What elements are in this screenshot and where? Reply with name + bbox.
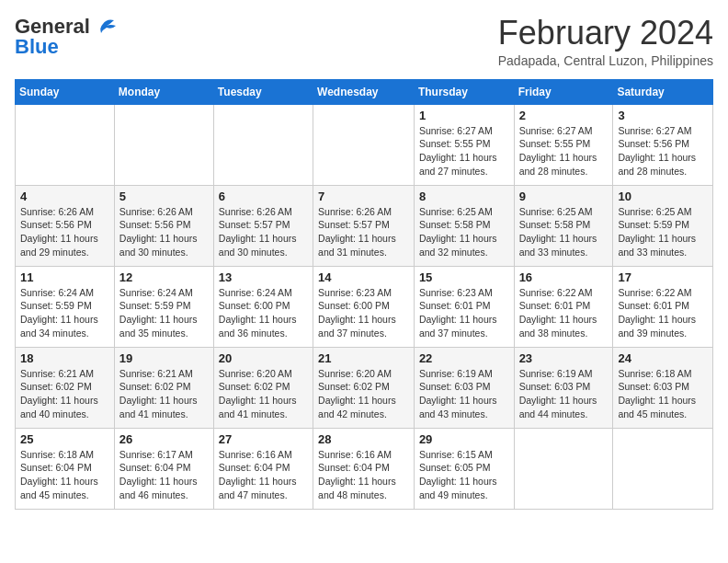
calendar-week-row: 1Sunrise: 6:27 AM Sunset: 5:55 PM Daylig… xyxy=(16,104,713,185)
day-number: 10 xyxy=(618,190,708,203)
day-info: Sunrise: 6:21 AM Sunset: 6:02 PM Dayligh… xyxy=(119,367,209,421)
day-number: 2 xyxy=(519,109,609,122)
calendar-cell: 17Sunrise: 6:22 AM Sunset: 6:01 PM Dayli… xyxy=(613,266,713,347)
day-info: Sunrise: 6:26 AM Sunset: 5:57 PM Dayligh… xyxy=(219,205,308,259)
calendar-cell: 23Sunrise: 6:19 AM Sunset: 6:03 PM Dayli… xyxy=(514,347,613,428)
day-info: Sunrise: 6:25 AM Sunset: 5:58 PM Dayligh… xyxy=(419,205,509,259)
calendar-cell: 7Sunrise: 6:26 AM Sunset: 5:57 PM Daylig… xyxy=(313,185,415,266)
day-number: 9 xyxy=(519,190,609,203)
day-number: 20 xyxy=(219,351,308,365)
logo-blue: Blue xyxy=(15,35,59,59)
day-number: 23 xyxy=(519,351,609,365)
day-number: 3 xyxy=(618,109,708,122)
logo-bird-icon xyxy=(90,17,118,37)
calendar-cell: 10Sunrise: 6:25 AM Sunset: 5:59 PM Dayli… xyxy=(613,185,713,266)
calendar-cell: 4Sunrise: 6:26 AM Sunset: 5:56 PM Daylig… xyxy=(16,185,115,266)
day-info: Sunrise: 6:27 AM Sunset: 5:56 PM Dayligh… xyxy=(618,124,708,178)
calendar-header-cell: Wednesday xyxy=(313,79,415,104)
day-info: Sunrise: 6:25 AM Sunset: 5:59 PM Dayligh… xyxy=(618,205,708,259)
calendar-header-cell: Tuesday xyxy=(213,79,313,104)
calendar-week-row: 4Sunrise: 6:26 AM Sunset: 5:56 PM Daylig… xyxy=(16,185,713,266)
calendar-header-cell: Friday xyxy=(514,79,613,104)
calendar-cell xyxy=(313,104,415,185)
calendar-header-cell: Monday xyxy=(114,79,213,104)
day-number: 13 xyxy=(219,270,308,284)
calendar-cell: 14Sunrise: 6:23 AM Sunset: 6:00 PM Dayli… xyxy=(313,266,415,347)
day-info: Sunrise: 6:22 AM Sunset: 6:01 PM Dayligh… xyxy=(519,286,609,340)
day-number: 4 xyxy=(20,190,109,203)
day-info: Sunrise: 6:25 AM Sunset: 5:58 PM Dayligh… xyxy=(519,205,609,259)
calendar-cell: 26Sunrise: 6:17 AM Sunset: 6:04 PM Dayli… xyxy=(114,428,213,509)
calendar-header-cell: Saturday xyxy=(613,79,713,104)
day-number: 6 xyxy=(219,190,308,203)
day-info: Sunrise: 6:15 AM Sunset: 6:05 PM Dayligh… xyxy=(419,448,509,502)
day-number: 21 xyxy=(318,351,409,365)
logo: General Blue xyxy=(15,15,118,59)
calendar-cell: 12Sunrise: 6:24 AM Sunset: 5:59 PM Dayli… xyxy=(114,266,213,347)
day-info: Sunrise: 6:19 AM Sunset: 6:03 PM Dayligh… xyxy=(519,367,609,421)
day-number: 11 xyxy=(20,270,109,284)
month-year: February 2024 xyxy=(498,15,713,52)
calendar-cell: 1Sunrise: 6:27 AM Sunset: 5:55 PM Daylig… xyxy=(414,104,514,185)
day-number: 25 xyxy=(20,432,109,446)
day-number: 5 xyxy=(119,190,209,203)
day-info: Sunrise: 6:20 AM Sunset: 6:02 PM Dayligh… xyxy=(219,367,308,421)
day-number: 26 xyxy=(119,432,209,446)
calendar-cell: 25Sunrise: 6:18 AM Sunset: 6:04 PM Dayli… xyxy=(16,428,115,509)
calendar-cell xyxy=(613,428,713,509)
calendar-cell xyxy=(514,428,613,509)
calendar-week-row: 25Sunrise: 6:18 AM Sunset: 6:04 PM Dayli… xyxy=(16,428,713,509)
calendar-header-cell: Sunday xyxy=(16,79,115,104)
day-info: Sunrise: 6:19 AM Sunset: 6:03 PM Dayligh… xyxy=(419,367,509,421)
calendar-cell: 28Sunrise: 6:16 AM Sunset: 6:04 PM Dayli… xyxy=(313,428,415,509)
calendar-week-row: 11Sunrise: 6:24 AM Sunset: 5:59 PM Dayli… xyxy=(16,266,713,347)
calendar-header-cell: Thursday xyxy=(414,79,514,104)
calendar-cell: 5Sunrise: 6:26 AM Sunset: 5:56 PM Daylig… xyxy=(114,185,213,266)
calendar-cell xyxy=(213,104,313,185)
day-info: Sunrise: 6:26 AM Sunset: 5:57 PM Dayligh… xyxy=(318,205,409,259)
day-number: 14 xyxy=(318,270,409,284)
day-number: 16 xyxy=(519,270,609,284)
calendar-header-row: SundayMondayTuesdayWednesdayThursdayFrid… xyxy=(16,79,713,104)
day-number: 7 xyxy=(318,190,409,203)
day-info: Sunrise: 6:24 AM Sunset: 5:59 PM Dayligh… xyxy=(20,286,109,340)
day-info: Sunrise: 6:26 AM Sunset: 5:56 PM Dayligh… xyxy=(119,205,209,259)
day-info: Sunrise: 6:23 AM Sunset: 6:01 PM Dayligh… xyxy=(419,286,509,340)
calendar-cell xyxy=(114,104,213,185)
calendar-cell: 11Sunrise: 6:24 AM Sunset: 5:59 PM Dayli… xyxy=(16,266,115,347)
day-number: 29 xyxy=(419,432,509,446)
calendar-cell: 24Sunrise: 6:18 AM Sunset: 6:03 PM Dayli… xyxy=(613,347,713,428)
calendar-cell: 18Sunrise: 6:21 AM Sunset: 6:02 PM Dayli… xyxy=(16,347,115,428)
day-number: 18 xyxy=(20,351,109,365)
calendar-cell: 2Sunrise: 6:27 AM Sunset: 5:55 PM Daylig… xyxy=(514,104,613,185)
title-area: February 2024 Padapada, Central Luzon, P… xyxy=(498,15,713,68)
calendar-body: 1Sunrise: 6:27 AM Sunset: 5:55 PM Daylig… xyxy=(16,104,713,509)
day-number: 8 xyxy=(419,190,509,203)
location: Padapada, Central Luzon, Philippines xyxy=(498,53,713,68)
day-number: 19 xyxy=(119,351,209,365)
day-info: Sunrise: 6:24 AM Sunset: 5:59 PM Dayligh… xyxy=(119,286,209,340)
calendar-week-row: 18Sunrise: 6:21 AM Sunset: 6:02 PM Dayli… xyxy=(16,347,713,428)
calendar-cell: 15Sunrise: 6:23 AM Sunset: 6:01 PM Dayli… xyxy=(414,266,514,347)
calendar-cell: 20Sunrise: 6:20 AM Sunset: 6:02 PM Dayli… xyxy=(213,347,313,428)
calendar-cell: 8Sunrise: 6:25 AM Sunset: 5:58 PM Daylig… xyxy=(414,185,514,266)
day-number: 22 xyxy=(419,351,509,365)
day-info: Sunrise: 6:18 AM Sunset: 6:03 PM Dayligh… xyxy=(618,367,708,421)
calendar-cell: 21Sunrise: 6:20 AM Sunset: 6:02 PM Dayli… xyxy=(313,347,415,428)
calendar-cell xyxy=(16,104,115,185)
day-info: Sunrise: 6:17 AM Sunset: 6:04 PM Dayligh… xyxy=(119,448,209,502)
calendar-cell: 27Sunrise: 6:16 AM Sunset: 6:04 PM Dayli… xyxy=(213,428,313,509)
day-number: 24 xyxy=(618,351,708,365)
day-info: Sunrise: 6:16 AM Sunset: 6:04 PM Dayligh… xyxy=(318,448,409,502)
calendar-cell: 6Sunrise: 6:26 AM Sunset: 5:57 PM Daylig… xyxy=(213,185,313,266)
day-info: Sunrise: 6:26 AM Sunset: 5:56 PM Dayligh… xyxy=(20,205,109,259)
header: General Blue February 2024 Padapada, Cen… xyxy=(15,15,713,68)
day-number: 1 xyxy=(419,109,509,122)
day-info: Sunrise: 6:21 AM Sunset: 6:02 PM Dayligh… xyxy=(20,367,109,421)
day-number: 27 xyxy=(219,432,308,446)
day-info: Sunrise: 6:20 AM Sunset: 6:02 PM Dayligh… xyxy=(318,367,409,421)
day-info: Sunrise: 6:22 AM Sunset: 6:01 PM Dayligh… xyxy=(618,286,708,340)
calendar-cell: 19Sunrise: 6:21 AM Sunset: 6:02 PM Dayli… xyxy=(114,347,213,428)
day-number: 12 xyxy=(119,270,209,284)
day-info: Sunrise: 6:23 AM Sunset: 6:00 PM Dayligh… xyxy=(318,286,409,340)
